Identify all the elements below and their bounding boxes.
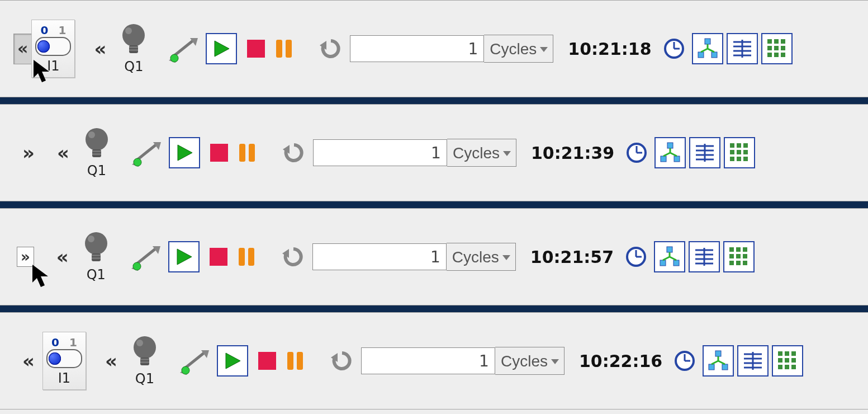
cycle-count-input[interactable]	[313, 139, 447, 166]
svg-rect-68	[92, 257, 101, 259]
unit-select-wrap[interactable]: Cycles	[447, 243, 516, 271]
tree-view-button[interactable]	[654, 137, 686, 168]
connect-button[interactable]	[168, 35, 199, 63]
toggle-label-0: 0	[40, 25, 48, 36]
clock-icon[interactable]	[663, 37, 685, 60]
input-toggle-button[interactable]: 01 I1	[31, 20, 75, 78]
svg-rect-43	[239, 144, 245, 162]
toggle-caption: I1	[58, 370, 70, 386]
svg-rect-76	[248, 248, 254, 266]
stop-button[interactable]	[257, 351, 277, 371]
svg-rect-60	[743, 150, 748, 154]
stop-button[interactable]	[209, 143, 229, 163]
unit-select[interactable]: Cycles	[447, 243, 516, 271]
svg-rect-55	[730, 143, 734, 148]
unit-select[interactable]: Cycles	[484, 35, 553, 63]
unit-select-wrap[interactable]: Cycles	[495, 347, 565, 375]
svg-rect-95	[743, 261, 747, 265]
refresh-button[interactable]	[320, 37, 342, 60]
svg-rect-16	[698, 52, 704, 58]
tree-view-button[interactable]	[692, 33, 723, 64]
svg-marker-105	[226, 353, 240, 369]
svg-point-32	[86, 128, 108, 150]
svg-rect-28	[781, 46, 785, 50]
toggle-knob	[37, 40, 50, 53]
svg-rect-17	[712, 52, 717, 58]
pause-button[interactable]	[236, 247, 257, 267]
collapse-button[interactable]: «	[17, 350, 40, 372]
pause-button[interactable]	[285, 351, 305, 371]
svg-rect-92	[743, 254, 747, 258]
tree-view-button[interactable]	[654, 241, 685, 272]
stop-button[interactable]	[246, 39, 266, 59]
svg-rect-81	[673, 260, 679, 266]
svg-rect-48	[661, 156, 666, 162]
toggle-caption: I1	[47, 58, 59, 74]
play-button[interactable]	[217, 345, 248, 377]
output-indicator: Q1	[83, 127, 111, 178]
svg-rect-119	[778, 351, 782, 356]
connect-button[interactable]	[179, 347, 210, 375]
output-indicator: Q1	[120, 23, 148, 74]
unit-select-wrap[interactable]: Cycles	[484, 35, 553, 63]
pause-button[interactable]	[237, 143, 257, 163]
svg-rect-12	[286, 40, 292, 58]
svg-rect-42	[210, 144, 228, 162]
refresh-button[interactable]	[283, 142, 305, 164]
list-view-button[interactable]	[737, 345, 769, 377]
chevron-left-icon[interactable]: «	[51, 142, 75, 164]
connect-button[interactable]	[131, 139, 162, 167]
refresh-button[interactable]	[331, 350, 353, 372]
svg-rect-87	[729, 247, 734, 252]
chevron-left-icon[interactable]: «	[51, 246, 74, 268]
bulb-caption: Q1	[124, 59, 143, 74]
svg-rect-127	[791, 365, 796, 369]
pause-button[interactable]	[274, 39, 294, 59]
refresh-button[interactable]	[282, 246, 305, 268]
expand-button[interactable]: »	[17, 247, 34, 267]
chevron-left-icon[interactable]: «	[99, 350, 123, 372]
grid-view-button[interactable]	[723, 241, 755, 272]
connect-button[interactable]	[130, 243, 162, 271]
toolbar-row: « 01 I1 « Q1 Cycles 10:21:18	[0, 0, 868, 97]
play-button[interactable]	[168, 241, 200, 272]
grid-view-button[interactable]	[761, 33, 793, 64]
list-view-button[interactable]	[727, 33, 758, 64]
clock-icon[interactable]	[673, 350, 696, 372]
clock-icon[interactable]	[625, 246, 647, 268]
input-toggle-button[interactable]: 01 I1	[42, 332, 86, 390]
cycle-count-input[interactable]	[350, 35, 484, 62]
svg-rect-67	[92, 255, 101, 256]
unit-select[interactable]: Cycles	[447, 139, 516, 167]
stop-button[interactable]	[208, 247, 229, 267]
svg-marker-9	[215, 41, 229, 57]
toolbar-row: » « Q1 Cycles 10:21:57	[0, 208, 868, 305]
cycle-count-input[interactable]	[312, 243, 447, 270]
svg-rect-49	[674, 156, 680, 162]
grid-view-button[interactable]	[772, 345, 803, 377]
chevron-left-icon[interactable]: «	[88, 37, 112, 60]
play-button[interactable]	[169, 137, 200, 168]
unit-select[interactable]: Cycles	[495, 347, 565, 375]
grid-view-button[interactable]	[724, 137, 755, 168]
clock-icon[interactable]	[625, 142, 648, 164]
list-view-button[interactable]	[689, 137, 720, 168]
expand-button[interactable]: »	[17, 142, 40, 164]
svg-rect-108	[297, 352, 303, 370]
toggle-label-1: 1	[58, 25, 66, 36]
cycle-count-input[interactable]	[361, 347, 495, 374]
toggle-switch[interactable]	[35, 37, 71, 56]
collapse-button[interactable]: «	[13, 34, 32, 64]
svg-rect-107	[287, 352, 293, 370]
timestamp: 10:22:16	[579, 351, 662, 371]
toggle-switch[interactable]	[46, 349, 82, 368]
unit-select-wrap[interactable]: Cycles	[447, 139, 516, 167]
svg-rect-15	[705, 39, 710, 44]
list-view-button[interactable]	[689, 241, 720, 272]
play-button[interactable]	[206, 33, 237, 64]
svg-point-40	[134, 158, 141, 166]
bulb-icon	[120, 23, 148, 58]
svg-rect-113	[722, 364, 728, 370]
svg-rect-59	[737, 150, 741, 154]
tree-view-button[interactable]	[703, 345, 734, 377]
